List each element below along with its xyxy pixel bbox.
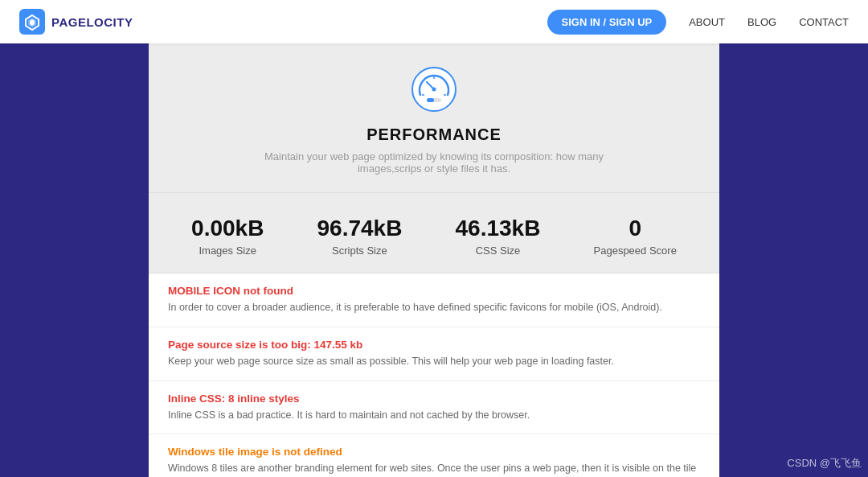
navbar: PAGELOCITY SIGN IN / SIGN UP ABOUT BLOG … [0, 0, 868, 43]
images-size-label: Images Size [199, 245, 256, 257]
stat-images: 0.00kB Images Size [191, 216, 264, 257]
content-card: PERFORMANCE Maintain your web page optim… [149, 43, 719, 477]
signin-button[interactable]: SIGN IN / SIGN UP [547, 10, 667, 35]
speedometer-icon [411, 66, 457, 116]
brand-name: PAGELOCITY [51, 15, 133, 29]
finding-mobile-icon-desc: In order to cover a broader audience, it… [168, 300, 700, 315]
css-size-label: CSS Size [476, 245, 521, 257]
finding-page-source-title: Page source size is too big: 147.55 kb [168, 339, 700, 351]
nav-about[interactable]: ABOUT [689, 16, 725, 28]
stats-row: 0.00kB Images Size 96.74kB Scripts Size … [149, 193, 719, 273]
performance-header: PERFORMANCE Maintain your web page optim… [149, 43, 719, 193]
scripts-size-label: Scripts Size [332, 245, 387, 257]
page-body: PERFORMANCE Maintain your web page optim… [0, 0, 868, 477]
pagespeed-label: Pagespeed Score [594, 245, 677, 257]
pagespeed-value: 0 [628, 216, 641, 241]
performance-description: Maintain your web page optimized by know… [233, 150, 635, 175]
finding-page-source-desc: Keep your web page source size as small … [168, 354, 700, 369]
finding-inline-css-title: Inline CSS: 8 inline styles [168, 393, 700, 405]
findings-list: MOBILE ICON not found In order to cover … [149, 273, 719, 477]
css-size-value: 46.13kB [456, 216, 541, 241]
logo-icon [19, 9, 45, 35]
finding-windows-tile: Windows tile image is not defined Window… [149, 434, 719, 477]
nav-links: SIGN IN / SIGN UP ABOUT BLOG CONTACT [547, 10, 849, 35]
finding-inline-css-desc: Inline CSS is a bad practice. It is hard… [168, 408, 700, 423]
logo-link[interactable]: PAGELOCITY [19, 9, 133, 35]
stat-scripts: 96.74kB Scripts Size [317, 216, 403, 257]
finding-mobile-icon-title: MOBILE ICON not found [168, 285, 700, 297]
svg-rect-11 [427, 98, 434, 102]
nav-contact[interactable]: CONTACT [799, 16, 849, 28]
images-size-value: 0.00kB [191, 216, 264, 241]
scripts-size-value: 96.74kB [317, 216, 403, 241]
nav-blog[interactable]: BLOG [747, 16, 776, 28]
finding-inline-css: Inline CSS: 8 inline styles Inline CSS i… [149, 381, 719, 435]
finding-page-source: Page source size is too big: 147.55 kb K… [149, 327, 719, 381]
finding-mobile-icon: MOBILE ICON not found In order to cover … [149, 273, 719, 327]
finding-windows-tile-title: Windows tile image is not defined [168, 446, 700, 458]
performance-title: PERFORMANCE [366, 125, 502, 144]
svg-point-9 [432, 88, 436, 92]
stat-pagespeed: 0 Pagespeed Score [594, 216, 677, 257]
finding-windows-tile-desc: Windows 8 tiles are another branding ele… [168, 461, 700, 477]
stat-css: 46.13kB CSS Size [456, 216, 541, 257]
